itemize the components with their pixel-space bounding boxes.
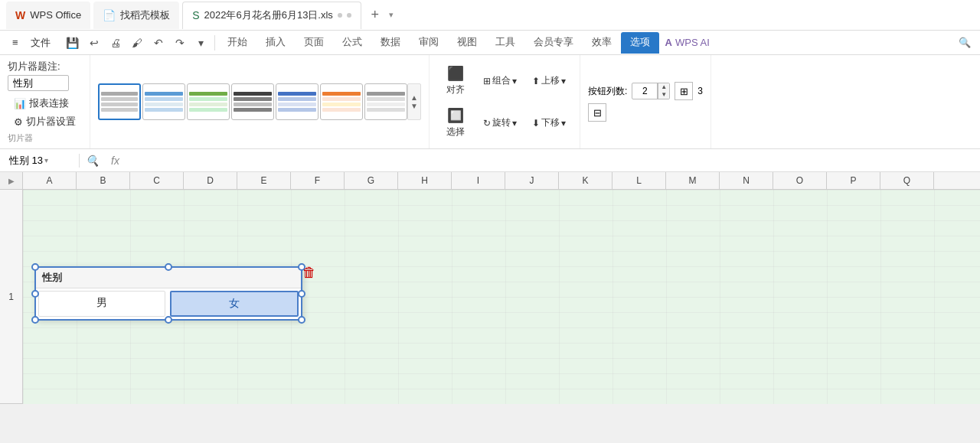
wps-ai-icon: A — [665, 37, 672, 48]
arrange-bottom-row: 🔲 选择 ↻ 旋转 ▾ ⬇ 下移 ▾ — [437, 102, 572, 144]
col-header-b[interactable]: B — [77, 172, 130, 189]
style-thumb-2[interactable] — [142, 83, 185, 120]
col-header-m[interactable]: M — [666, 172, 720, 189]
slicer-delete-button[interactable]: 🗑 — [302, 265, 316, 281]
row-count-icon-btn[interactable]: ⊟ — [588, 103, 606, 122]
style-thumb-1[interactable] — [98, 83, 141, 120]
col-header-q[interactable]: Q — [880, 172, 934, 189]
tab-dropdown-icon[interactable]: ▾ — [389, 10, 394, 20]
col-header-c[interactable]: C — [130, 172, 184, 189]
row-header-1[interactable]: 1 — [0, 190, 22, 404]
print-button[interactable]: 🖨 — [106, 33, 126, 53]
col-count-up-button[interactable]: ▲ — [658, 83, 669, 91]
handle-middle-left[interactable] — [31, 290, 39, 298]
align-button[interactable]: ⬛ 对齐 — [437, 62, 474, 99]
tab-view[interactable]: 视图 — [448, 32, 486, 54]
tab-options[interactable]: 选项 — [621, 32, 659, 54]
formula-bar: 性别 13 ▾ 🔍 fx — [0, 149, 980, 172]
style-thumb-3[interactable] — [187, 83, 230, 120]
rotate-button[interactable]: ↻ 旋转 ▾ — [477, 113, 523, 132]
col-header-g[interactable]: G — [345, 172, 398, 189]
col-count-input[interactable] — [632, 86, 657, 96]
move-down-icon: ⬇ — [532, 118, 540, 129]
tab-data[interactable]: 数据 — [371, 32, 410, 54]
slicer-btn-male[interactable]: 男 — [38, 291, 165, 317]
select-button[interactable]: 🔲 选择 — [437, 104, 474, 142]
col-header-k[interactable]: K — [559, 172, 612, 189]
save-button[interactable]: 💾 — [63, 33, 83, 53]
formula-input[interactable] — [126, 155, 977, 166]
style-thumb-6[interactable] — [320, 83, 363, 120]
slicer-settings-label: 切片器设置 — [26, 115, 76, 129]
wps-ai-label: WPS AI — [675, 37, 710, 48]
report-connect-label: 报表连接 — [29, 96, 69, 110]
tab-tools[interactable]: 工具 — [486, 32, 524, 54]
gallery-arrow-up[interactable]: ▲ ▼ — [407, 83, 421, 120]
handle-bottom-middle[interactable] — [165, 316, 172, 324]
col-header-f[interactable]: F — [291, 172, 345, 189]
slicer-btns-row: 📊 报表连接 — [8, 94, 75, 112]
handle-bottom-right[interactable] — [298, 316, 305, 324]
col-header-p[interactable]: P — [827, 172, 880, 189]
wps-tab[interactable]: W WPS Office — [6, 2, 90, 29]
tab-efficiency[interactable]: 效率 — [583, 32, 621, 54]
move-up-button[interactable]: ⬆ 上移 ▾ — [526, 71, 572, 90]
handle-top-middle[interactable] — [165, 263, 172, 271]
col-header-d[interactable]: D — [184, 172, 237, 189]
slicer-settings-button[interactable]: ⚙ 切片器设置 — [8, 112, 82, 131]
handle-top-left[interactable] — [31, 263, 39, 271]
excel-tab[interactable]: S 2022年6月花名册6月13日.xls — [182, 2, 361, 29]
col-header-o[interactable]: O — [773, 172, 827, 189]
move-down-button[interactable]: ⬇ 下移 ▾ — [526, 113, 572, 132]
undo2-button[interactable]: ↶ — [149, 33, 168, 53]
group-button[interactable]: ⊞ 组合 ▾ — [477, 71, 523, 90]
cells-area[interactable]: 🗑 性别 男 女 — [23, 190, 980, 404]
style-thumb-4[interactable] — [231, 83, 274, 120]
wps-ai-button[interactable]: A WPS AI — [659, 35, 716, 50]
format-painter-button[interactable]: 🖌 — [127, 33, 147, 53]
cell-reference[interactable]: 性别 13 ▾ — [3, 154, 80, 168]
tab-start[interactable]: 开始 — [218, 32, 256, 54]
undo-button[interactable]: ↩ — [84, 33, 104, 53]
handle-middle-right[interactable] — [298, 290, 305, 298]
tab-review[interactable]: 审阅 — [410, 32, 448, 54]
col-header-n[interactable]: N — [720, 172, 773, 189]
redo-button[interactable]: ↷ — [170, 33, 190, 53]
new-tab-button[interactable]: + — [364, 5, 386, 26]
excel-icon: S — [192, 9, 199, 21]
slicer-caption-input[interactable] — [8, 75, 69, 91]
col-header-i[interactable]: I — [452, 172, 505, 189]
pdf-tab[interactable]: 📄 找稻壳模板 — [93, 2, 179, 29]
slicer-section-label: 切片器 — [8, 131, 33, 144]
col-count-icon-btn[interactable]: ⊞ — [675, 82, 693, 100]
rotate-label: 旋转 — [492, 116, 511, 129]
col-header-j[interactable]: J — [505, 172, 559, 189]
col-headers: ▶ A B C D E F G H I J K L M N O P Q — [0, 172, 980, 190]
slicer-input-row — [8, 75, 69, 91]
slicer-btn-female[interactable]: 女 — [170, 291, 299, 317]
tab-member[interactable]: 会员专享 — [524, 32, 583, 54]
style-thumb-7[interactable] — [364, 83, 407, 120]
col-header-e[interactable]: E — [237, 172, 291, 189]
handle-bottom-left[interactable] — [31, 316, 39, 324]
arrange-top-row: ⬛ 对齐 ⊞ 组合 ▾ ⬆ 上移 ▾ — [437, 60, 572, 102]
report-connect-button[interactable]: 📊 报表连接 — [8, 94, 75, 112]
slicer-title: 性别 — [42, 271, 62, 285]
cell-ref-dropdown-icon[interactable]: ▾ — [44, 156, 48, 164]
col-header-h[interactable]: H — [398, 172, 452, 189]
col-count-down-button[interactable]: ▼ — [658, 91, 669, 99]
hamburger-menu[interactable]: ≡ — [6, 34, 24, 51]
style-thumb-5[interactable] — [276, 83, 318, 120]
fx-label: fx — [111, 155, 119, 167]
tab-page[interactable]: 页面 — [295, 32, 333, 54]
zoom-search-icon: 🔍 — [86, 155, 99, 167]
toolbar-dropdown[interactable]: ▾ — [191, 33, 211, 53]
pdf-tab-label: 找稻壳模板 — [120, 8, 170, 22]
col-header-a[interactable]: A — [23, 172, 77, 189]
file-menu[interactable]: 文件 — [24, 33, 57, 53]
search-button[interactable]: 🔍 — [956, 34, 974, 51]
tab-insert[interactable]: 插入 — [256, 32, 295, 54]
group-dropdown: ▾ — [512, 76, 517, 86]
col-header-l[interactable]: L — [612, 172, 666, 189]
tab-formula[interactable]: 公式 — [333, 32, 371, 54]
